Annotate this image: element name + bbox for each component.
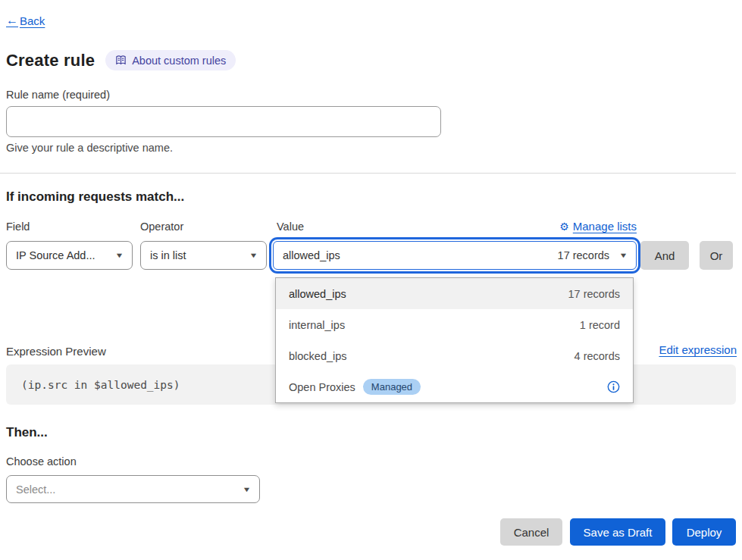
chevron-down-icon: ▼ <box>243 486 252 493</box>
save-as-draft-button[interactable]: Save as Draft <box>570 518 665 546</box>
field-select[interactable]: IP Source Add... ▼ <box>6 241 133 270</box>
expression-preview-label: Expression Preview <box>6 345 106 358</box>
list-record-count: 4 records <box>575 350 620 362</box>
and-button[interactable]: And <box>640 241 689 270</box>
list-name: internal_ips <box>289 319 345 331</box>
edit-expression-link[interactable]: Edit expression <box>659 343 737 356</box>
chevron-down-icon: ▼ <box>115 252 124 259</box>
manage-lists-link[interactable]: ⚙ Manage lists <box>553 220 637 233</box>
about-badge-label: About custom rules <box>132 55 226 67</box>
value-dropdown-panel: allowed_ips 17 records internal_ips 1 re… <box>275 277 634 403</box>
chevron-down-icon: ▼ <box>249 252 258 259</box>
value-select-records: 17 records <box>558 249 610 261</box>
action-select-placeholder: Select... <box>16 483 55 496</box>
field-select-value: IP Source Add... <box>16 249 95 261</box>
rule-name-helper-text: Give your rule a descriptive name. <box>6 142 173 154</box>
rule-name-label: Rule name (required) <box>6 89 110 101</box>
deploy-button[interactable]: Deploy <box>672 518 736 546</box>
operator-select[interactable]: is in list ▼ <box>140 241 267 270</box>
manage-lists-label: Manage lists <box>573 220 637 233</box>
rule-name-input[interactable] <box>6 106 441 137</box>
book-icon <box>115 55 127 66</box>
match-section-title: If incoming requests match... <box>6 189 184 205</box>
gear-icon: ⚙ <box>559 221 569 233</box>
dropdown-item-open-proxies[interactable]: Open Proxies Managed <box>276 371 633 402</box>
dropdown-item-blocked-ips[interactable]: blocked_ips 4 records <box>276 340 633 371</box>
value-label: Value <box>277 221 304 233</box>
field-label: Field <box>6 221 30 233</box>
info-icon[interactable] <box>607 380 620 393</box>
dropdown-item-internal-ips[interactable]: internal_ips 1 record <box>276 309 633 340</box>
back-link-label: Back <box>20 14 45 27</box>
page-title: Create rule <box>6 51 95 70</box>
create-rule-page: ←Back Create rule About custom rules Rul… <box>0 0 742 560</box>
value-select[interactable]: allowed_ips 17 records ▼ <box>273 241 637 270</box>
then-section-title: Then... <box>6 425 48 440</box>
list-name: allowed_ips <box>289 288 346 300</box>
value-select-value: allowed_ips <box>283 249 340 261</box>
list-record-count: 1 record <box>580 319 620 331</box>
dropdown-item-allowed-ips[interactable]: allowed_ips 17 records <box>276 278 633 309</box>
action-select[interactable]: Select... ▼ <box>6 475 260 503</box>
chevron-down-icon: ▼ <box>619 252 628 259</box>
title-row: Create rule About custom rules <box>6 50 236 70</box>
cancel-button[interactable]: Cancel <box>500 518 562 546</box>
back-arrow-icon: ← <box>6 14 18 27</box>
choose-action-label: Choose action <box>6 455 77 468</box>
back-link[interactable]: ←Back <box>6 14 45 27</box>
managed-badge: Managed <box>363 379 421 395</box>
section-divider <box>0 173 736 174</box>
expression-code: (ip.src in $allowed_ips) <box>21 379 180 391</box>
list-name: Open Proxies <box>289 381 355 393</box>
about-custom-rules-badge[interactable]: About custom rules <box>105 50 236 70</box>
or-button[interactable]: Or <box>700 241 733 270</box>
list-name: blocked_ips <box>289 350 347 362</box>
list-record-count: 17 records <box>568 288 620 300</box>
operator-select-value: is in list <box>150 249 186 261</box>
operator-label: Operator <box>140 221 183 233</box>
